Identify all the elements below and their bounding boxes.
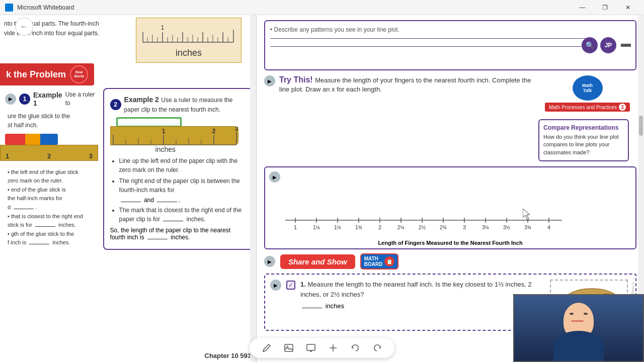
ruler-inches-label: inches [140,48,237,58]
ex1-b8: • gth of the glue stick to the [8,230,96,239]
left-eye [570,313,574,315]
share-show-section: ▶ Share and Show MATHBOARD 📋 [264,253,636,269]
glue-stick [5,134,58,145]
math-talk-label: MathTalk [582,83,593,93]
mouth [571,320,584,322]
svg-text:4: 4 [547,224,550,230]
example1-section: ▶ 1 Example 1 Use a ruler to ure the glu… [0,85,101,252]
screen-button[interactable] [304,341,318,355]
example2-heading: 2 Example 2 Use a ruler to measure the p… [110,95,247,114]
example1-bullets: • the left end of the glue stick zero ma… [5,168,96,247]
try-this-content: Try This! Measure the length of your fin… [279,75,534,94]
line-plot-sound-icon[interactable]: ▶ [269,171,280,183]
compare-title: Compare Representations [543,124,624,131]
left-scrollbar[interactable] [250,15,256,362]
svg-text:3¼: 3¼ [482,225,489,230]
real-world-badge: RealWorld [70,65,88,83]
maximize-button[interactable]: ❐ [594,0,616,15]
redo-button[interactable] [370,341,384,355]
search-icon[interactable]: 🔍 [582,37,598,53]
math-processes-badge: Math Processes and Practices 3 [545,103,630,112]
webcam-person [514,295,643,361]
try-this-sound-icon[interactable]: ▶ [264,75,275,86]
math-processes-area: Math Processes and Practices 3 [545,103,630,115]
math-talk-badge: MathTalk [573,75,603,101]
q1-text: 1. Measure the length to the nearest hal… [300,280,545,299]
q1-checkbox[interactable]: ✓ [286,281,295,290]
ex2-bullet1: Line up the left end of the paper clip w… [119,156,247,174]
undo-icon [350,343,360,353]
minimize-button[interactable]: — [571,0,594,15]
left-panel: ← nto two equal parts. The fourth-inch v… [0,15,257,362]
ex1-b7: stick is for inches. [8,221,96,230]
q1-sound-icon[interactable]: ▶ [270,280,281,291]
app-icon [5,4,13,12]
line-plot-title: Length of Fingers Measured to the Neares… [265,240,635,246]
example1-heading: ▶ 1 Example 1 Use a ruler to [5,90,96,108]
screen-icon [306,343,316,353]
ex2-blanks-and: and . [119,197,247,204]
webcam-overlay [513,294,644,362]
try-this-text: Measure the length of your fingers to th… [279,76,531,93]
ex2-conclusion: So, the length of the paper clip to the … [110,227,247,241]
ruler-ticks-svg: 1 [140,22,236,45]
webcam-body [553,331,604,361]
back-button[interactable]: ← [15,18,33,36]
share-show-button[interactable]: Share and Show [280,254,355,269]
pen-tool-button[interactable] [260,341,274,355]
problem-header-text: k the Problem [6,69,66,80]
line-plot-svg: 1 1¼ 1½ 1¾ 2 2¼ 2½ 2¾ 3 3¼ 3½ 3¾ 4 [270,175,630,240]
add-button[interactable] [326,341,340,355]
ex2-bullet3: The mark that is closest to the right en… [119,206,247,224]
undo-button[interactable] [348,341,362,355]
try-this-section: ▶ Try This! Measure the length of your f… [264,75,636,164]
svg-rect-71 [307,344,315,350]
q1-question-text: Measure the length to the nearest half i… [300,281,532,298]
close-button[interactable]: ✕ [616,0,639,15]
example1-sound-icon[interactable]: ▶ [5,94,16,105]
menu-icon[interactable] [619,42,633,49]
scrollbar-thumb[interactable] [639,116,643,136]
pen-icon [262,343,272,353]
glue-stick-area: 123 [5,134,96,164]
example2-inches-label: inches [155,145,176,153]
math-board-icon: 📋 [384,256,394,266]
ex1-b2: zero mark on the ruler. [8,176,96,186]
svg-text:3: 3 [463,224,466,230]
top-controls: 🔍 JP [582,37,633,53]
svg-text:1¼: 1¼ [313,225,320,230]
q1-unit: inches [326,302,345,310]
example1-body: ure the glue stick to the st half inch. [5,112,96,130]
svg-text:2: 2 [378,224,381,230]
svg-text:1¾: 1¾ [355,225,362,230]
ex1-b1: • the left end of the glue stick [8,168,96,177]
example2-title: Example 2 [124,96,159,104]
problem-header: k the Problem RealWorld [0,63,94,85]
redo-icon [372,343,382,353]
svg-text:2: 2 [212,128,215,135]
q1-answer-area: inches [300,302,545,310]
line-plot-box: ▶ 1 1¼ [264,166,636,249]
ex1-b9: f inch is inches. [8,238,96,247]
user-avatar[interactable]: JP [600,37,616,53]
example2-num-badge: 2 [110,99,121,110]
svg-text:1: 1 [161,24,165,31]
top-ruler-box: 1 inches [131,18,247,63]
title-bar: Microsoft Whiteboard — ❐ ✕ [0,0,644,15]
example2-bullets: Line up the left end of the paper clip w… [110,156,247,195]
example2-section: 2 Example 2 Use a ruler to measure the p… [103,88,254,250]
image-insert-button[interactable] [282,341,296,355]
share-show-sound-icon[interactable]: ▶ [264,256,275,267]
svg-text:3: 3 [234,127,238,132]
ex1-b3: • end of the glue stick is [8,186,96,195]
example1-ruler-numbers: 123 [1,152,98,160]
svg-text:2½: 2½ [419,225,426,230]
example1-desc: Use a ruler to [65,90,96,108]
q1-content: 1. Measure the length to the nearest hal… [300,280,545,310]
example1-text2: st half inch. [8,121,96,130]
ex1-b6: • that is closest to the right end [8,212,96,221]
math-processes-num: 3 [619,104,626,111]
svg-text:1½: 1½ [334,225,342,230]
example2-bullet3: The mark that is closest to the right en… [110,206,247,224]
window-controls: — ❐ ✕ [571,0,639,15]
